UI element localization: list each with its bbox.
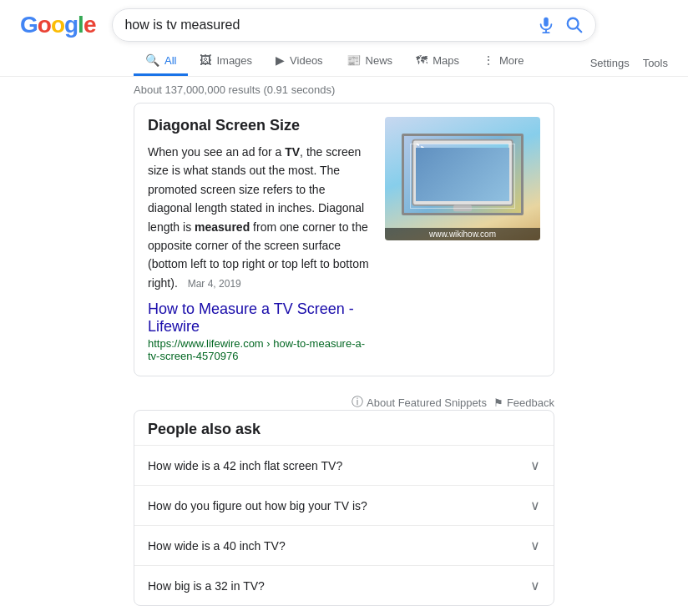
- paa-question-0: How wide is a 42 inch flat screen TV?: [148, 459, 342, 472]
- snippet-date: Mar 4, 2019: [188, 278, 241, 290]
- tab-maps-label: Maps: [433, 54, 459, 67]
- tab-news[interactable]: 📰 News: [335, 45, 405, 76]
- paa-item-3[interactable]: How big is a 32 in TV? ∨: [134, 565, 554, 605]
- snippet-link-area: How to Measure a TV Screen - Lifewire ht…: [148, 300, 372, 362]
- feedback-link[interactable]: ⚑ Feedback: [493, 396, 554, 409]
- snippet-text-area: Diagonal Screen Size When you see an ad …: [148, 117, 372, 362]
- tab-maps[interactable]: 🗺 Maps: [404, 45, 471, 76]
- about-snippets-label: About Featured Snippets: [367, 396, 487, 409]
- snippet-link-title[interactable]: How to Measure a TV Screen - Lifewire: [148, 300, 354, 335]
- logo-o2: o: [51, 12, 64, 38]
- paa-title: People also ask: [134, 411, 554, 438]
- tab-more-label: More: [499, 54, 524, 67]
- logo-g: g: [64, 12, 78, 38]
- logo-o1: o: [38, 12, 51, 38]
- tab-images-label: Images: [216, 54, 252, 67]
- news-icon: 📰: [347, 53, 361, 67]
- search-input[interactable]: how is tv measured: [124, 18, 537, 33]
- search-submit-icon[interactable]: [565, 16, 584, 34]
- tab-more[interactable]: ⋮ More: [471, 45, 536, 76]
- search-bar: how is tv measured: [112, 8, 596, 42]
- tab-news-label: News: [366, 54, 393, 67]
- svg-rect-8: [453, 205, 472, 211]
- nav-tabs: 🔍 All 🖼 Images ▶ Videos 📰 News 🗺 Maps ⋮ …: [134, 45, 536, 76]
- feedback-label: Feedback: [507, 396, 554, 409]
- google-logo: Google: [20, 12, 95, 38]
- logo-l: l: [78, 12, 83, 38]
- search-icons: [537, 16, 584, 34]
- paa-question-1: How do you figure out how big your TV is…: [148, 499, 367, 512]
- tv-illustration: [402, 134, 524, 215]
- tab-all-label: All: [164, 54, 176, 67]
- logo-e: e: [83, 12, 96, 38]
- paa-section: People also ask How wide is a 42 inch fl…: [134, 410, 554, 606]
- paa-question-3: How big is a 32 in TV?: [148, 579, 265, 593]
- paa-item-0[interactable]: How wide is a 42 inch flat screen TV? ∨: [134, 445, 554, 485]
- svg-line-4: [578, 28, 582, 32]
- snippet-body: When you see an ad for a TV, the screen …: [148, 143, 372, 292]
- logo-G: G: [20, 12, 38, 38]
- nav-row: 🔍 All 🖼 Images ▶ Videos 📰 News 🗺 Maps ⋮ …: [0, 42, 688, 77]
- paa-item-1[interactable]: How do you figure out how big your TV is…: [134, 485, 554, 525]
- maps-icon: 🗺: [416, 53, 427, 67]
- snippet-image: www.wikihow.com: [385, 117, 540, 240]
- images-icon: 🖼: [200, 53, 211, 67]
- question-circle-icon: ⓘ: [352, 395, 363, 410]
- paa-item-2[interactable]: How wide is a 40 inch TV? ∨: [134, 525, 554, 565]
- tab-videos-label: Videos: [290, 54, 323, 67]
- snippet-footer: ⓘ About Featured Snippets ⚑ Feedback: [134, 390, 554, 410]
- snippet-title: Diagonal Screen Size: [148, 117, 372, 134]
- tab-images[interactable]: 🖼 Images: [188, 45, 264, 76]
- main-content: Diagonal Screen Size When you see an ad …: [0, 103, 688, 616]
- chevron-down-icon-3: ∨: [530, 578, 540, 593]
- snippet-link-url: https://www.lifewire.com › how-to-measur…: [148, 337, 372, 362]
- featured-snippet: Diagonal Screen Size When you see an ad …: [134, 103, 554, 376]
- nav-right: Settings Tools: [590, 57, 688, 76]
- svg-rect-0: [544, 18, 549, 27]
- svg-rect-6: [417, 144, 508, 199]
- results-info: About 137,000,000 results (0.91 seconds): [0, 77, 688, 103]
- settings-link[interactable]: Settings: [590, 57, 630, 69]
- all-icon: 🔍: [145, 53, 159, 67]
- bottom-feedback[interactable]: Feedback: [134, 613, 554, 616]
- microphone-icon[interactable]: [537, 16, 555, 34]
- chevron-down-icon-0: ∨: [530, 457, 540, 473]
- svg-line-7: [417, 144, 508, 199]
- paa-question-2: How wide is a 40 inch TV?: [148, 539, 286, 553]
- tv-diagonal-svg: [404, 136, 521, 213]
- more-dots-icon: ⋮: [483, 53, 494, 67]
- chevron-down-icon-1: ∨: [530, 497, 540, 513]
- tools-link[interactable]: Tools: [643, 57, 668, 69]
- chevron-down-icon-2: ∨: [530, 538, 540, 553]
- svg-rect-5: [412, 140, 513, 205]
- image-source-label: www.wikihow.com: [385, 228, 540, 240]
- tab-all[interactable]: 🔍 All: [134, 45, 188, 76]
- top-row: Google how is tv measured: [0, 0, 688, 42]
- feedback-flag-icon: ⚑: [493, 396, 503, 409]
- tab-videos[interactable]: ▶ Videos: [264, 45, 335, 76]
- about-snippets-link[interactable]: ⓘ About Featured Snippets: [352, 395, 487, 410]
- videos-icon: ▶: [276, 53, 285, 67]
